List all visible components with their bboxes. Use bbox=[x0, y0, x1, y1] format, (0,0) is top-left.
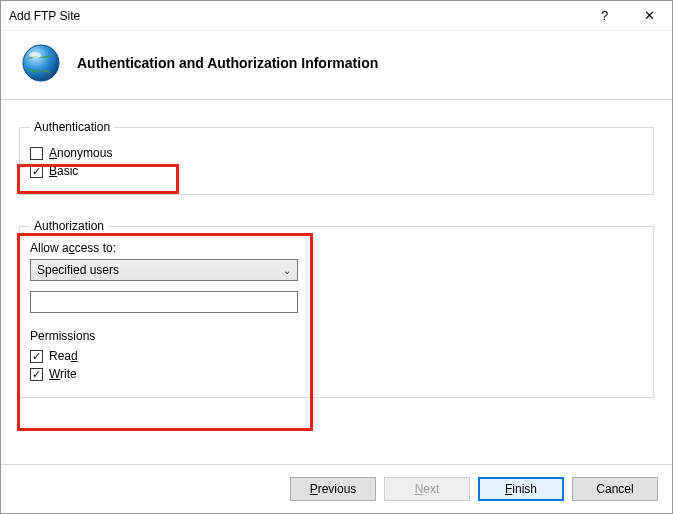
anonymous-row: Anonymous bbox=[30, 146, 643, 160]
anonymous-label[interactable]: Anonymous bbox=[49, 146, 112, 160]
read-row: Read bbox=[30, 349, 643, 363]
page-title: Authentication and Authorization Informa… bbox=[77, 55, 378, 71]
permissions-label: Permissions bbox=[30, 329, 643, 343]
titlebar: Add FTP Site ? ✕ bbox=[1, 1, 672, 31]
authentication-group: Authentication Anonymous Basic bbox=[19, 120, 654, 195]
header: Authentication and Authorization Informa… bbox=[1, 31, 672, 99]
footer: Previous Next Finish Cancel bbox=[1, 465, 672, 513]
authorization-group: Authorization Allow access to: Specified… bbox=[19, 219, 654, 398]
read-checkbox[interactable] bbox=[30, 350, 43, 363]
write-checkbox[interactable] bbox=[30, 368, 43, 381]
allow-access-dropdown[interactable]: Specified users ⌄ bbox=[30, 259, 298, 281]
allow-access-value: Specified users bbox=[37, 263, 119, 277]
anonymous-checkbox[interactable] bbox=[30, 147, 43, 160]
window-title: Add FTP Site bbox=[9, 9, 582, 23]
authentication-legend: Authentication bbox=[30, 120, 114, 134]
globe-icon bbox=[19, 41, 63, 85]
basic-label[interactable]: Basic bbox=[49, 164, 78, 178]
authorization-legend: Authorization bbox=[30, 219, 108, 233]
write-row: Write bbox=[30, 367, 643, 381]
dialog-body: Authentication Anonymous Basic Authoriza… bbox=[1, 99, 672, 465]
users-textbox[interactable] bbox=[30, 291, 298, 313]
help-button[interactable]: ? bbox=[582, 1, 627, 31]
basic-row: Basic bbox=[30, 164, 643, 178]
write-label[interactable]: Write bbox=[49, 367, 77, 381]
next-button: Next bbox=[384, 477, 470, 501]
cancel-button[interactable]: Cancel bbox=[572, 477, 658, 501]
dialog-window: Add FTP Site ? ✕ Authentication and Auth… bbox=[0, 0, 673, 514]
close-button[interactable]: ✕ bbox=[627, 1, 672, 31]
svg-point-0 bbox=[23, 45, 59, 81]
basic-checkbox[interactable] bbox=[30, 165, 43, 178]
svg-point-1 bbox=[29, 52, 41, 58]
finish-button[interactable]: Finish bbox=[478, 477, 564, 501]
previous-button[interactable]: Previous bbox=[290, 477, 376, 501]
allow-access-label: Allow access to: bbox=[30, 241, 643, 255]
read-label[interactable]: Read bbox=[49, 349, 78, 363]
chevron-down-icon: ⌄ bbox=[283, 265, 291, 276]
